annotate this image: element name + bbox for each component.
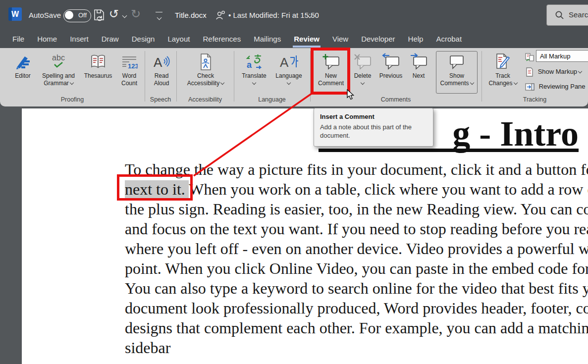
reviewing-pane-button[interactable]: Reviewing Pane — [525, 80, 586, 93]
tab-acrobat[interactable]: Acrobat — [429, 31, 468, 48]
track-changes-label-1: Track — [495, 72, 510, 79]
language-button[interactable]: A Language — [271, 52, 306, 93]
thesaurus-button[interactable]: Thesaurus — [80, 52, 116, 93]
title-bar: W AutoSave Off ↺ ↻ Title.docx • Last Mod… — [0, 0, 588, 31]
delete-label: Delete — [354, 72, 372, 79]
chevron-down-icon — [252, 81, 256, 85]
body-line[interactable]: To change the way a picture fits in your… — [125, 159, 588, 179]
autosave-toggle[interactable]: Off — [63, 9, 91, 22]
show-comments-label-1: Show — [449, 72, 464, 79]
body-line[interactable]: the plus sign. Reading is easier, too, i… — [125, 199, 588, 219]
body-line[interactable]: You can also type a keyword to search on… — [125, 278, 588, 298]
display-for-review-icon — [525, 52, 535, 62]
thesaurus-icon — [80, 52, 116, 72]
translate-label: Translate — [242, 72, 267, 79]
chevron-down-icon — [470, 81, 474, 85]
tab-view[interactable]: View — [326, 31, 355, 48]
bullet-separator: • — [228, 11, 231, 19]
previous-label: Previous — [379, 72, 403, 79]
body-line[interactable]: sidebar — [125, 338, 588, 358]
body-line-rest[interactable]: When you work on a table, click where yo… — [189, 180, 588, 198]
redo-icon: ↻ — [131, 0, 141, 28]
presence-person-icon[interactable] — [215, 10, 226, 21]
group-divider — [176, 51, 177, 102]
show-comments-icon — [436, 52, 477, 72]
tab-draw[interactable]: Draw — [95, 31, 125, 48]
ribbon: Editor abc Spelling and Grammar — [0, 48, 588, 106]
last-modified-label: Last Modified: Fri at 15:50 — [233, 11, 319, 19]
track-changes-button[interactable]: Track Changes — [485, 52, 520, 93]
chevron-down-icon — [220, 81, 224, 85]
svg-text:A: A — [154, 55, 162, 70]
tab-design[interactable]: Design — [125, 31, 161, 48]
body-line[interactable]: designs that complement each other. For … — [125, 318, 588, 338]
search-box[interactable]: Search — [546, 4, 588, 26]
group-label-accessibility: Accessibility — [176, 96, 234, 103]
tab-mailings[interactable]: Mailings — [247, 31, 287, 48]
tab-review[interactable]: Review — [287, 31, 326, 48]
delete-comment-button[interactable]: Delete — [350, 52, 375, 93]
language-icon: A — [271, 52, 306, 72]
body-line[interactable]: where you left off - even on another dev… — [125, 239, 588, 259]
group-divider — [234, 51, 234, 102]
document-title[interactable]: Title.docx — [175, 0, 207, 31]
last-modified[interactable]: • Last Modified: Fri at 15:50 — [228, 0, 319, 31]
translate-button[interactable]: a Translate — [238, 52, 270, 93]
menu-bar: File Home Insert Draw Design Layout Refe… — [0, 31, 588, 48]
quick-access-overflow-icon[interactable] — [156, 12, 162, 18]
group-divider — [145, 51, 145, 102]
markup-view-select[interactable]: All Markup — [536, 50, 588, 62]
spelling-label-1: Spelling and — [42, 72, 75, 79]
display-for-review-row — [525, 51, 537, 63]
group-label-tracking: Tracking — [481, 96, 588, 103]
tab-layout[interactable]: Layout — [161, 31, 196, 48]
check-accessibility-label-1: Check — [197, 72, 214, 79]
search-label: Search — [569, 5, 588, 25]
word-count-label-1: Word — [122, 72, 136, 79]
svg-text:123: 123 — [128, 62, 138, 70]
read-aloud-button[interactable]: A Read Aloud — [148, 52, 175, 93]
word-count-label-2: Count — [121, 80, 137, 87]
tooltip: Insert a Comment Add a note about this p… — [314, 108, 433, 147]
search-icon — [555, 10, 564, 20]
show-comments-button[interactable]: Show Comments — [436, 51, 478, 94]
tab-insert[interactable]: Insert — [63, 31, 95, 48]
document-body[interactable]: To change the way a picture fits in your… — [125, 159, 588, 358]
word-window: W AutoSave Off ↺ ↻ Title.docx • Last Mod… — [0, 0, 588, 364]
chevron-down-icon — [70, 81, 74, 85]
undo-chevron-icon[interactable] — [122, 13, 127, 18]
tab-file[interactable]: File — [6, 31, 31, 48]
editor-button[interactable]: Editor — [10, 52, 36, 93]
markup-view-value: All Markup — [540, 52, 570, 60]
tooltip-title: Insert a Comment — [320, 113, 427, 120]
body-line[interactable]: document look professionally produced, W… — [125, 298, 588, 318]
check-accessibility-button[interactable]: Check Accessibility — [179, 52, 232, 93]
tab-references[interactable]: References — [196, 31, 247, 48]
tab-home[interactable]: Home — [31, 31, 63, 48]
read-aloud-label-1: Read — [155, 72, 169, 79]
previous-comment-button[interactable]: Previous — [375, 52, 406, 93]
group-label-proofing: Proofing — [0, 96, 145, 103]
tab-help[interactable]: Help — [402, 31, 430, 48]
read-aloud-icon: A — [148, 52, 175, 72]
spelling-grammar-button[interactable]: abc Spelling and Grammar — [36, 52, 81, 93]
spelling-icon: abc — [36, 52, 81, 72]
editor-label: Editor — [15, 72, 30, 79]
undo-icon[interactable]: ↺ — [109, 0, 119, 28]
body-line[interactable]: point. When you click Online Video, you … — [125, 259, 588, 278]
body-line[interactable]: next to it. When you work on a table, cl… — [125, 179, 588, 199]
word-count-button[interactable]: 123 Word Count — [117, 52, 142, 93]
autosave-state: Off — [78, 10, 87, 20]
read-aloud-label-2: Aloud — [154, 80, 169, 87]
check-accessibility-label-2: Accessibility — [187, 80, 219, 87]
toggle-knob-icon — [65, 11, 73, 19]
autosave-label: AutoSave — [29, 0, 61, 31]
next-comment-button[interactable]: Next — [407, 52, 430, 93]
save-icon[interactable] — [93, 8, 106, 21]
tab-developer[interactable]: Developer — [355, 31, 401, 48]
word-logo-icon[interactable]: W — [8, 7, 22, 21]
spelling-label-2: Grammar — [44, 80, 69, 87]
body-line[interactable]: and focus on the text you want. If you n… — [125, 219, 588, 239]
svg-text:a: a — [247, 60, 252, 70]
show-markup-button[interactable]: Show Markup — [525, 65, 582, 78]
